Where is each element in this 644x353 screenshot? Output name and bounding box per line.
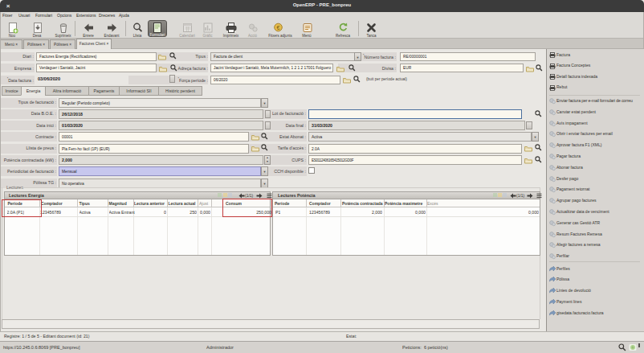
svg-text:€: € — [277, 25, 280, 31]
